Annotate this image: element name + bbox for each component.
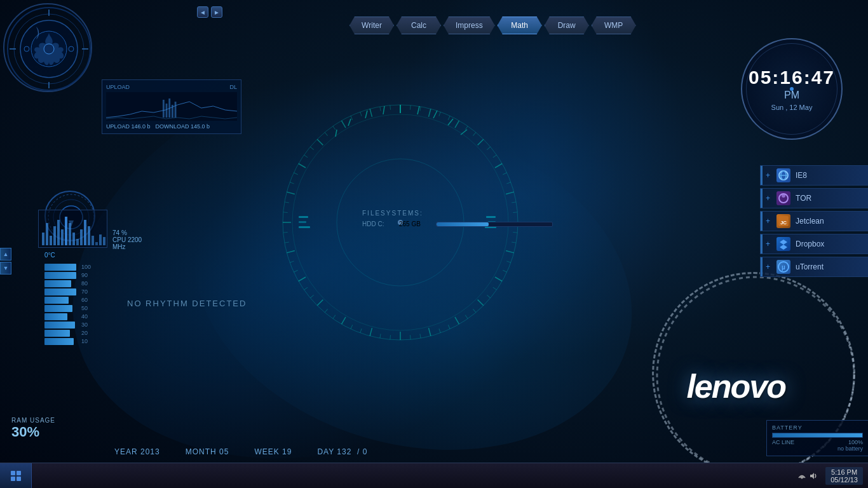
svg-rect-25 [65,217,67,245]
tab-calc[interactable]: Calc [397,17,441,34]
svg-line-111 [283,212,288,213]
label-60: 60 [81,297,91,304]
dropbox-icon [776,237,790,251]
svg-rect-20 [46,223,48,245]
start-icon [10,470,22,482]
svg-rect-36 [107,241,107,245]
svg-line-120 [325,132,327,135]
svg-line-58 [420,107,421,111]
tab-math[interactable]: Math [498,17,542,34]
svg-line-63 [465,126,468,130]
battery-info: AC LINE 100% [772,439,863,445]
bar-80 [44,280,71,287]
svg-rect-14 [163,100,165,118]
svg-marker-136 [780,240,787,250]
label-50: 50 [81,305,91,312]
dropbox-plus-icon: + [766,240,770,248]
cpu-temp: 0°C [44,252,55,259]
svg-rect-141 [11,477,15,481]
svg-line-102 [310,295,313,297]
svg-rect-35 [103,237,105,245]
clock-time: 05:16:47 [749,67,835,88]
jetclean-icon: JC [776,214,790,228]
svg-line-75 [513,233,517,233]
ie8-icon [776,168,790,182]
svg-line-100 [325,309,327,312]
battery-title: BATTERY [772,424,863,431]
svg-rect-29 [80,229,83,245]
fs-bar-background [436,222,553,227]
sidebar-item-tor[interactable]: + TOR [760,188,868,208]
svg-line-96 [360,329,362,333]
svg-line-122 [342,121,346,128]
sidebar-item-jetclean[interactable]: + JC Jetclean [760,211,868,231]
tab-impress[interactable]: Impress [444,17,495,34]
svg-rect-139 [11,471,15,475]
network-stats: UPLOAD 146.0 b DOWNLOAD 145.0 b [106,123,237,130]
label-100: 100 [81,264,91,271]
tab-writer[interactable]: Writer [349,17,394,34]
sidebar-item-ie8[interactable]: + IE8 [760,165,868,186]
svg-rect-23 [57,220,60,245]
sidebar-item-dropbox[interactable]: + Dropbox [760,234,868,254]
clock-widget: 05:16:47 PM Sun , 12 May [728,38,855,140]
tor-icon [776,191,790,205]
svg-line-119 [317,139,323,145]
no-rhythm-text: NO RHYTHM DETECTED [127,299,247,308]
fs-bar-fill [437,222,489,226]
svg-line-103 [304,287,308,290]
tab-wmp[interactable]: WMP [592,17,636,34]
svg-line-124 [360,112,362,116]
svg-line-71 [506,192,514,194]
svg-line-104 [299,277,306,281]
svg-line-70 [506,182,511,184]
filesystem-item-0: HDD C: 265 GB [362,220,553,227]
toolbar-tabs: Writer Calc Impress Math Draw WMP [349,17,636,34]
svg-line-121 [333,126,336,130]
svg-line-88 [439,329,440,333]
sidebar-item-utorrent[interactable]: + µ uTorrent [760,257,868,277]
cpu-widget: 74 % CPU 2200 MHz 0°C [38,210,153,259]
svg-line-60 [439,112,440,116]
svg-line-77 [506,251,514,253]
nav-next-button[interactable]: ► [211,6,222,18]
svg-line-108 [285,242,289,243]
svg-line-99 [333,315,336,319]
date-week: WEEK 19 [254,447,292,456]
svg-line-127 [390,105,391,110]
scroll-up-button[interactable]: ▲ [0,248,11,261]
svg-rect-32 [92,236,94,245]
svg-text:JC: JC [780,220,787,226]
label-40: 40 [81,313,91,320]
svg-line-66 [487,147,490,149]
svg-rect-30 [84,220,86,245]
cpu-usage: 74 % [112,229,153,236]
cpu-graph [38,210,107,248]
start-button[interactable] [0,463,32,489]
ram-bars-container: 100 90 80 70 60 50 40 30 20 10 [44,264,91,345]
svg-line-125 [370,109,372,117]
battery-ac-line: AC LINE [772,439,794,445]
scroll-down-button[interactable]: ▼ [0,262,11,274]
battery-status: no battery [772,445,863,452]
svg-line-82 [487,295,490,297]
svg-line-68 [495,164,502,168]
svg-rect-22 [53,226,56,245]
battery-bar-background [772,433,863,438]
cpu-speed: CPU 2200 MHz [112,236,153,250]
download-value: DOWNLOAD 145.0 b [156,123,210,130]
svg-line-114 [290,182,294,184]
battery-bar-fill [773,433,862,437]
nav-prev-button[interactable]: ◄ [197,6,208,18]
svg-line-95 [370,328,372,336]
svg-rect-140 [17,471,21,475]
filesystem-title: FILESYSTEMS: [362,210,553,217]
svg-line-83 [478,300,484,306]
svg-line-67 [493,155,497,158]
svg-line-79 [503,270,506,272]
fs-drive-label: HDD C: [362,220,394,227]
svg-line-84 [473,309,475,312]
svg-line-80 [495,277,502,281]
tab-draw[interactable]: Draw [545,17,589,34]
taskbar-date-display: 05/12/13 [831,476,858,484]
